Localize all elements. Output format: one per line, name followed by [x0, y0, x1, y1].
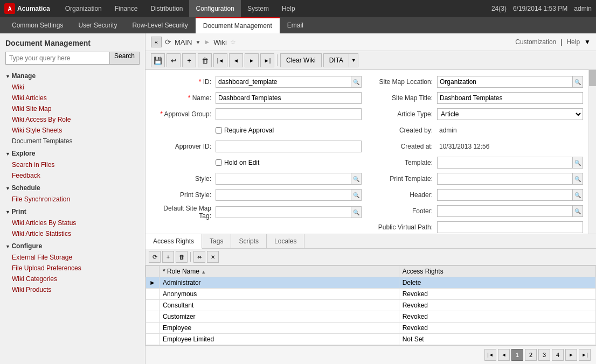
default-site-map-tag-search-button[interactable]: 🔍: [351, 206, 362, 218]
tab-row-level-security[interactable]: Row-Level Security: [124, 17, 195, 33]
last-button[interactable]: ►|: [260, 53, 274, 67]
table-row[interactable]: Employee Limited Not Set: [146, 334, 596, 345]
role-name-cell[interactable]: Consultant: [159, 300, 399, 311]
nav-section-explore-header[interactable]: Explore: [0, 148, 145, 159]
role-name-cell[interactable]: Employee: [159, 323, 399, 334]
site-map-location-search-button[interactable]: 🔍: [572, 76, 583, 88]
sidebar-item-external-file-storage[interactable]: External File Storage: [0, 252, 145, 263]
tab-locales[interactable]: Locales: [267, 234, 304, 248]
page-2-button[interactable]: 2: [525, 349, 537, 361]
grid-fit-button[interactable]: ⇔: [193, 251, 205, 263]
print-style-input[interactable]: [216, 189, 351, 201]
notifications-count[interactable]: 24(3): [491, 5, 507, 12]
name-input[interactable]: [216, 92, 362, 104]
header-input[interactable]: [437, 189, 572, 201]
sidebar-item-wiki-access-by-role[interactable]: Wiki Access By Role: [0, 114, 145, 125]
sidebar-item-wiki-articles[interactable]: Wiki Articles: [0, 93, 145, 103]
header-search-button[interactable]: 🔍: [572, 189, 583, 201]
id-input[interactable]: [216, 76, 351, 88]
delete-button[interactable]: 🗑: [198, 53, 212, 67]
nav-system[interactable]: System: [241, 0, 275, 17]
nav-help[interactable]: Help: [275, 0, 302, 17]
sidebar-item-wiki[interactable]: Wiki: [0, 82, 145, 93]
site-map-location-input[interactable]: [437, 76, 572, 88]
approval-group-input[interactable]: [216, 108, 362, 120]
access-rights-cell[interactable]: Revoked: [399, 311, 595, 323]
grid-delete-button[interactable]: 🗑: [176, 251, 188, 263]
table-row[interactable]: Anonymous Revoked: [146, 289, 596, 300]
clear-wiki-button[interactable]: Clear Wiki: [280, 53, 322, 67]
nav-section-schedule-header[interactable]: Schedule: [0, 182, 145, 194]
grid-refresh-button[interactable]: ⟳: [149, 251, 161, 263]
grid-add-button[interactable]: +: [162, 251, 174, 263]
first-button[interactable]: |◄: [213, 53, 227, 67]
collapse-button[interactable]: «: [151, 37, 162, 47]
table-row[interactable]: ► Administrator Delete: [146, 277, 596, 289]
article-type-select[interactable]: Article: [437, 108, 583, 120]
tab-tags[interactable]: Tags: [202, 234, 231, 248]
style-search-button[interactable]: 🔍: [351, 173, 362, 185]
role-name-cell[interactable]: Customizer: [159, 311, 399, 323]
sidebar-item-wiki-style-sheets[interactable]: Wiki Style Sheets: [0, 125, 145, 136]
approver-id-input[interactable]: [216, 141, 362, 152]
page-3-button[interactable]: 3: [538, 349, 550, 361]
require-approval-checkbox[interactable]: [216, 127, 222, 134]
access-rights-cell[interactable]: Revoked: [399, 323, 595, 334]
tab-document-management[interactable]: Document Management: [196, 17, 280, 33]
customization-link[interactable]: Customization: [515, 38, 556, 46]
print-style-search-button[interactable]: 🔍: [351, 189, 362, 201]
tab-user-security[interactable]: User Security: [71, 17, 124, 33]
grid-export-button[interactable]: ✕: [207, 251, 219, 263]
first-page-button[interactable]: |◄: [484, 349, 496, 361]
page-1-button[interactable]: 1: [511, 349, 523, 361]
sidebar-item-wiki-articles-by-status[interactable]: Wiki Articles By Status: [0, 218, 145, 228]
role-name-cell[interactable]: Employee Limited: [159, 334, 399, 345]
template-input[interactable]: [437, 157, 572, 169]
last-page-button[interactable]: ►|: [579, 349, 591, 361]
nav-finance[interactable]: Finance: [108, 0, 144, 17]
prev-button[interactable]: ◄: [229, 53, 243, 67]
main-dropdown-icon[interactable]: ▼: [196, 39, 201, 45]
dita-dropdown-button[interactable]: ▼: [349, 53, 358, 67]
sidebar-item-wiki-article-statistics[interactable]: Wiki Article Statistics: [0, 228, 145, 239]
favorite-icon[interactable]: ☆: [230, 38, 236, 46]
sidebar-item-wiki-categories[interactable]: Wiki Categories: [0, 274, 145, 284]
nav-section-configure-header[interactable]: Configure: [0, 240, 145, 252]
save-button[interactable]: 💾: [151, 53, 165, 67]
sidebar-item-search-in-files[interactable]: Search in Files: [0, 159, 145, 170]
search-button[interactable]: Search: [110, 52, 140, 65]
help-dropdown-icon[interactable]: ▼: [584, 38, 591, 46]
default-site-map-tag-input[interactable]: [216, 206, 351, 218]
template-search-button[interactable]: 🔍: [572, 157, 583, 169]
access-rights-cell[interactable]: Not Set: [399, 334, 595, 345]
refresh-icon[interactable]: ⟳: [165, 38, 171, 46]
sidebar-item-file-upload-preferences[interactable]: File Upload Preferences: [0, 263, 145, 274]
site-map-title-input[interactable]: [437, 92, 583, 104]
search-input[interactable]: [5, 52, 110, 65]
col-access-rights-header[interactable]: Access Rights: [399, 266, 595, 277]
tab-access-rights[interactable]: Access Rights: [145, 234, 202, 249]
footer-input[interactable]: [437, 205, 572, 217]
sidebar-item-document-templates[interactable]: Document Templates: [0, 136, 145, 146]
prev-page-button[interactable]: ◄: [498, 349, 510, 361]
page-4-button[interactable]: 4: [552, 349, 564, 361]
undo-button[interactable]: ↩: [167, 53, 181, 67]
sidebar-item-file-sync[interactable]: File Synchronization: [0, 194, 145, 205]
table-row[interactable]: Consultant Revoked: [146, 300, 596, 311]
tab-scripts[interactable]: Scripts: [231, 234, 267, 248]
tab-email[interactable]: Email: [280, 17, 311, 33]
nav-section-print-header[interactable]: Print: [0, 206, 145, 218]
main-label[interactable]: MAIN: [175, 38, 192, 46]
table-row[interactable]: Employee Revoked: [146, 323, 596, 334]
dita-button[interactable]: DITA: [323, 53, 349, 67]
sidebar-item-feedback[interactable]: Feedback: [0, 170, 145, 181]
print-template-input[interactable]: [437, 173, 572, 185]
next-page-button[interactable]: ►: [565, 349, 577, 361]
role-name-cell[interactable]: Administrator: [159, 277, 399, 289]
id-search-button[interactable]: 🔍: [351, 76, 362, 88]
access-rights-cell[interactable]: Revoked: [399, 289, 595, 300]
nav-configuration[interactable]: Configuration: [189, 0, 240, 17]
form-scrollbar[interactable]: [588, 70, 596, 234]
add-button[interactable]: +: [182, 53, 196, 67]
sidebar-item-wiki-products[interactable]: Wiki Products: [0, 284, 145, 295]
